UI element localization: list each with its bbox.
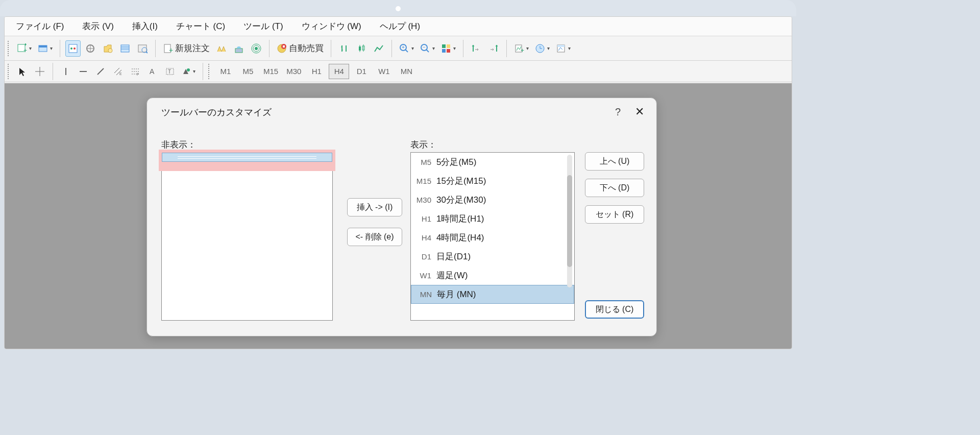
menu-insert[interactable]: 挿入(I) <box>123 20 167 32</box>
toolbar-handle[interactable] <box>208 64 211 79</box>
item-label: 日足(D1) <box>436 251 471 262</box>
menu-tools[interactable]: ツール (T) <box>234 20 292 32</box>
strategy-tester-icon[interactable] <box>135 40 150 57</box>
shapes-icon[interactable] <box>180 63 198 80</box>
text-icon[interactable]: A <box>145 63 160 80</box>
new-chart-icon[interactable]: + <box>15 40 34 57</box>
timeframe-m5[interactable]: M5 <box>238 64 258 79</box>
svg-point-5 <box>70 47 72 50</box>
chart-shift-icon[interactable] <box>486 40 501 57</box>
hidden-items-list[interactable] <box>161 152 333 321</box>
crosshair-icon[interactable] <box>32 63 47 80</box>
timeframe-m15[interactable]: M15 <box>260 64 281 79</box>
terminal-icon[interactable] <box>117 40 133 57</box>
list-item[interactable]: MN毎月 (MN) <box>411 285 574 304</box>
help-icon[interactable]: ? <box>615 106 621 118</box>
options-icon[interactable] <box>231 40 247 57</box>
close-wrap: 閉じる (C) <box>585 300 644 319</box>
vertical-line-icon[interactable] <box>58 63 74 80</box>
separator <box>463 40 463 57</box>
svg-point-68 <box>187 68 190 71</box>
templates-icon[interactable] <box>554 40 573 57</box>
navigator-icon[interactable] <box>100 40 115 57</box>
horizontal-line-icon[interactable] <box>76 63 91 80</box>
svg-point-6 <box>74 47 76 50</box>
candlestick-icon[interactable] <box>354 40 369 57</box>
toolbar-main: + + 新規注文 自動売買 + − + <box>5 36 792 61</box>
shown-items-list[interactable]: M55分足(M5)M1515分足(M15)M3030分足(M30)H11時間足(… <box>410 152 575 321</box>
indicators-icon[interactable]: + <box>512 40 531 57</box>
bar-chart-icon[interactable] <box>336 40 352 57</box>
list-item[interactable]: H44時間足(H4) <box>411 228 574 247</box>
svg-line-16 <box>146 52 148 53</box>
item-label: 30分足(M30) <box>436 194 486 206</box>
market-watch-icon[interactable] <box>65 40 81 57</box>
timeframe-m1[interactable]: M1 <box>215 64 236 79</box>
close-button[interactable]: 閉じる (C) <box>585 300 644 319</box>
tile-windows-icon[interactable] <box>439 40 458 57</box>
separator-item[interactable] <box>162 153 332 162</box>
list-item[interactable]: M1515分足(M15) <box>411 172 574 190</box>
separator <box>391 40 392 57</box>
separator <box>269 40 270 57</box>
move-up-button[interactable]: 上へ (U) <box>585 152 644 171</box>
menu-view[interactable]: 表示 (V) <box>73 20 122 32</box>
list-item[interactable]: W1週足(W) <box>411 266 574 285</box>
fibonacci-icon[interactable]: F <box>128 63 143 80</box>
separator <box>203 63 203 80</box>
toolbar-handle[interactable] <box>8 64 11 79</box>
move-down-button[interactable]: 下へ (D) <box>585 179 644 197</box>
menubar: ファイル (F) 表示 (V) 挿入(I) チャート (C) ツール (T) ウ… <box>5 17 792 36</box>
data-window-icon[interactable] <box>83 40 98 57</box>
signals-icon[interactable] <box>249 40 264 57</box>
equidistant-channel-icon[interactable]: E <box>110 63 126 80</box>
menu-window[interactable]: ウィンドウ (W) <box>292 20 371 32</box>
close-icon[interactable]: ✕ <box>635 105 644 118</box>
timeframe-d1[interactable]: D1 <box>351 64 372 79</box>
item-code: D1 <box>414 252 436 261</box>
timeframe-w1[interactable]: W1 <box>374 64 394 79</box>
scrollbar-thumb[interactable] <box>567 175 572 267</box>
svg-point-20 <box>255 47 258 50</box>
order-buttons: 上へ (U) 下へ (D) セット (R) <box>585 152 644 224</box>
timeframe-h4[interactable]: H4 <box>329 64 349 79</box>
new-order-button[interactable]: + 新規注文 <box>161 40 212 57</box>
auto-scroll-icon[interactable] <box>469 40 484 57</box>
set-button[interactable]: セット (R) <box>585 205 644 224</box>
shown-label: 表示： <box>410 139 436 151</box>
separator <box>53 63 53 80</box>
menu-chart[interactable]: チャート (C) <box>167 20 234 32</box>
new-order-label: 新規注文 <box>175 42 210 54</box>
list-item[interactable]: M55分足(M5) <box>411 153 574 172</box>
item-label: 4時間足(H4) <box>436 232 484 244</box>
timeframe-h1[interactable]: H1 <box>306 64 327 79</box>
svg-rect-25 <box>283 45 285 47</box>
scrollbar[interactable] <box>567 155 572 287</box>
svg-text:E: E <box>119 72 122 76</box>
text-label-icon[interactable]: T <box>162 63 178 80</box>
toolbar-handle[interactable] <box>8 41 11 56</box>
insert-button[interactable]: 挿入 -> (I) <box>347 198 402 216</box>
line-chart-icon[interactable] <box>371 40 386 57</box>
timeframe-m30[interactable]: M30 <box>283 64 304 79</box>
list-item[interactable]: D1日足(D1) <box>411 247 574 266</box>
periods-icon[interactable] <box>533 40 552 57</box>
delete-button[interactable]: <- 削除 (e) <box>347 228 402 246</box>
auto-trade-button[interactable]: 自動売買 <box>275 40 326 57</box>
svg-text:+: + <box>521 47 524 54</box>
trend-line-icon[interactable] <box>93 63 108 80</box>
profiles-icon[interactable] <box>36 40 55 57</box>
list-item[interactable]: M3030分足(M30) <box>411 190 574 209</box>
svg-line-35 <box>405 50 408 52</box>
zoom-out-icon[interactable]: − <box>418 40 437 57</box>
svg-rect-19 <box>235 49 242 53</box>
item-label: 15分足(M15) <box>436 175 486 187</box>
item-code: M15 <box>414 177 436 185</box>
menu-help[interactable]: ヘルプ (H) <box>371 20 429 32</box>
zoom-in-icon[interactable]: + <box>397 40 416 57</box>
cursor-icon[interactable] <box>15 63 30 80</box>
metaeditor-icon[interactable] <box>214 40 229 57</box>
list-item[interactable]: H11時間足(H1) <box>411 209 574 228</box>
menu-file[interactable]: ファイル (F) <box>7 20 73 32</box>
timeframe-mn[interactable]: MN <box>396 64 416 79</box>
